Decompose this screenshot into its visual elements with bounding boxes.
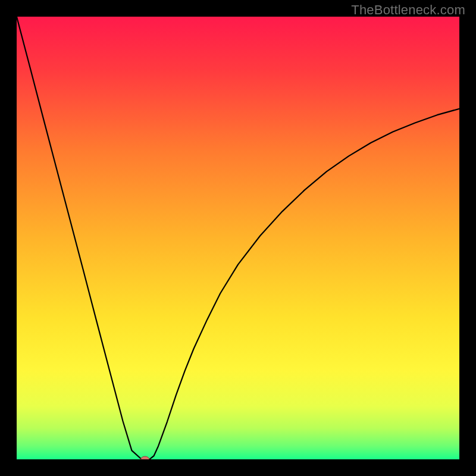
watermark-text: TheBottleneck.com [351, 2, 465, 18]
gradient-background [17, 17, 459, 459]
chart-frame [17, 17, 459, 459]
bottleneck-chart [17, 17, 459, 459]
